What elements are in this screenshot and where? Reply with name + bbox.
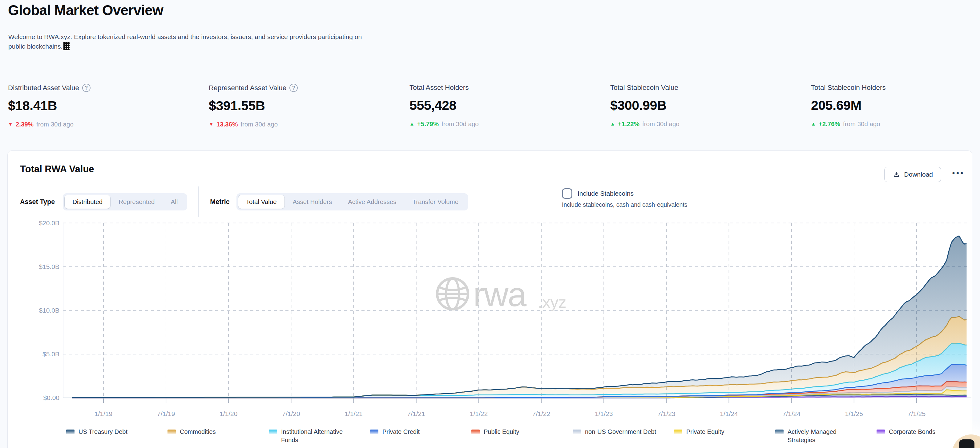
triangle-up-icon: ▲ (409, 121, 414, 127)
legend-label: Public Equity (484, 428, 519, 436)
download-icon (892, 171, 900, 178)
legend-label: Commodities (180, 428, 216, 436)
legend-label: Corporate Bonds (889, 428, 935, 436)
legend-item-commodities[interactable]: Commodities (167, 428, 269, 436)
chat-widget-logo-icon (959, 439, 974, 448)
stat-value: 555,428 (409, 98, 610, 113)
legend-label: Private Equity (686, 428, 724, 436)
area-US Treasury Debt (72, 236, 966, 397)
legend-swatch-icon (775, 429, 784, 434)
stat-label: Represented Asset Value ? (209, 84, 409, 92)
delta-percent: +5.79% (417, 120, 439, 128)
legend-swatch-icon (66, 429, 75, 434)
svg-text:7/1/23: 7/1/23 (657, 410, 675, 417)
help-icon[interactable]: ? (82, 84, 91, 92)
svg-text:1/1/24: 1/1/24 (720, 410, 738, 417)
triangle-down-icon: ▼ (8, 122, 13, 127)
delta-percent: +2.76% (819, 120, 840, 128)
stat-label: Total Stablecoin Value (610, 84, 811, 92)
stats-row: Distributed Asset Value ? $18.41B ▼ 2.39… (8, 84, 980, 128)
chat-widget-button[interactable] (934, 418, 980, 448)
legend-label: non-US Government Debt (585, 428, 656, 436)
metric-option-transfer-volume[interactable]: Transfer Volume (404, 195, 466, 209)
legend-label: US Treasury Debt (78, 428, 127, 436)
legend-swatch-icon (167, 429, 176, 434)
legend-item-private-credit[interactable]: Private Credit (370, 428, 471, 436)
panel-title: Total RWA Value (20, 164, 94, 175)
more-options-icon[interactable]: ••• (952, 168, 965, 177)
stat-label: Total Stablecoin Holders (811, 84, 980, 92)
stat-value: 205.69M (811, 98, 980, 113)
svg-text:7/1/20: 7/1/20 (282, 410, 300, 417)
svg-text:$0.00: $0.00 (43, 394, 59, 401)
svg-text:.xyz: .xyz (538, 293, 566, 311)
rwa-xyz-watermark: rwa.xyz (437, 275, 566, 313)
delta-percent: 13.36% (216, 121, 238, 128)
asset-type-option-represented[interactable]: Represented (111, 195, 162, 209)
stat-label-text: Represented Asset Value (209, 84, 286, 92)
stat-card-distributed-asset-value: Distributed Asset Value ? $18.41B ▼ 2.39… (8, 84, 209, 128)
legend-item-actively-managed-strategies[interactable]: Actively-Managed Strategies (775, 428, 877, 444)
stat-delta: ▼ 2.39% from 30d ago (8, 121, 209, 128)
svg-text:7/1/19: 7/1/19 (157, 410, 175, 417)
svg-text:7/1/21: 7/1/21 (407, 410, 425, 417)
asset-type-segmented-control: Distributed Represented All (63, 193, 187, 210)
stat-card-represented-asset-value: Represented Asset Value ? $391.55B ▼ 13.… (209, 84, 409, 128)
svg-text:7/1/25: 7/1/25 (908, 410, 926, 417)
svg-text:1/1/19: 1/1/19 (94, 410, 112, 417)
stat-label: Distributed Asset Value ? (8, 84, 209, 92)
download-button[interactable]: Download (884, 167, 941, 182)
triangle-down-icon: ▼ (209, 122, 214, 127)
include-stablecoins-control: Include Stablecoins Include stablecoins,… (562, 188, 687, 208)
svg-text:$10.0B: $10.0B (39, 307, 59, 314)
metric-option-asset-holders[interactable]: Asset Holders (285, 195, 340, 209)
delta-percent: 2.39% (16, 121, 33, 128)
stat-label-text: Total Asset Holders (409, 84, 469, 92)
stat-card-total-stablecoin-value: Total Stablecoin Value $300.99B ▲ +1.22%… (610, 84, 811, 128)
legend-item-us-treasury-debt[interactable]: US Treasury Debt (66, 428, 167, 436)
include-stablecoins-label: Include Stablecoins (578, 190, 634, 197)
legend-item-institutional-alternative-funds[interactable]: Institutional Alternative Funds (269, 428, 370, 444)
metric-option-total-value[interactable]: Total Value (238, 195, 285, 209)
legend-item-non-us-government-debt[interactable]: non-US Government Debt (573, 428, 674, 436)
page-subtitle: Welcome to RWA.xyz. Explore tokenized re… (8, 32, 495, 51)
stat-delta: ▲ +1.22% from 30d ago (610, 120, 811, 128)
legend-swatch-icon (370, 429, 379, 434)
metric-option-active-addresses[interactable]: Active Addresses (340, 195, 404, 209)
stat-card-total-asset-holders: Total Asset Holders 555,428 ▲ +5.79% fro… (409, 84, 610, 128)
delta-suffix: from 30d ago (843, 120, 880, 128)
include-stablecoins-checkbox[interactable] (562, 188, 572, 199)
legend-item-private-equity[interactable]: Private Equity (674, 428, 775, 436)
delta-percent: +1.22% (618, 120, 640, 128)
svg-text:$20.0B: $20.0B (39, 219, 59, 226)
delta-suffix: from 30d ago (442, 120, 479, 128)
svg-text:1/1/25: 1/1/25 (845, 410, 863, 417)
help-icon[interactable]: ? (290, 84, 298, 92)
legend-label: Institutional Alternative Funds (281, 428, 358, 444)
triangle-up-icon: ▲ (811, 121, 816, 127)
svg-text:7/1/24: 7/1/24 (782, 410, 800, 417)
stat-label-text: Total Stablecoin Value (610, 84, 678, 92)
legend-item-public-equity[interactable]: Public Equity (471, 428, 573, 436)
page-title: Global Market Overview (8, 2, 163, 19)
total-rwa-value-chart[interactable]: rwa.xyz$0.00$5.0B$10.0B$15.0B$20.0B1/1/1… (0, 215, 980, 427)
missing-glyph-icon (64, 42, 70, 50)
stat-value: $391.55B (209, 98, 409, 113)
metric-label: Metric (210, 198, 229, 206)
delta-suffix: from 30d ago (642, 120, 679, 128)
subtitle-line2: public blockchains. (8, 43, 62, 50)
legend-label: Actively-Managed Strategies (788, 428, 865, 444)
asset-type-option-all[interactable]: All (163, 195, 186, 209)
chart-controls: Asset Type Distributed Represented All M… (20, 186, 468, 217)
metric-segmented-control: Total Value Asset Holders Active Address… (237, 193, 468, 210)
download-label: Download (904, 171, 933, 178)
stat-label-text: Distributed Asset Value (8, 84, 79, 92)
asset-type-option-distributed[interactable]: Distributed (64, 195, 111, 209)
chart-legend: US Treasury DebtCommoditiesInstitutional… (66, 428, 980, 444)
svg-text:1/1/21: 1/1/21 (345, 410, 363, 417)
legend-swatch-icon (674, 429, 682, 434)
stat-value: $18.41B (8, 98, 209, 113)
legend-swatch-icon (573, 429, 581, 434)
svg-text:1/1/20: 1/1/20 (220, 410, 237, 417)
stat-value: $300.99B (610, 98, 811, 113)
